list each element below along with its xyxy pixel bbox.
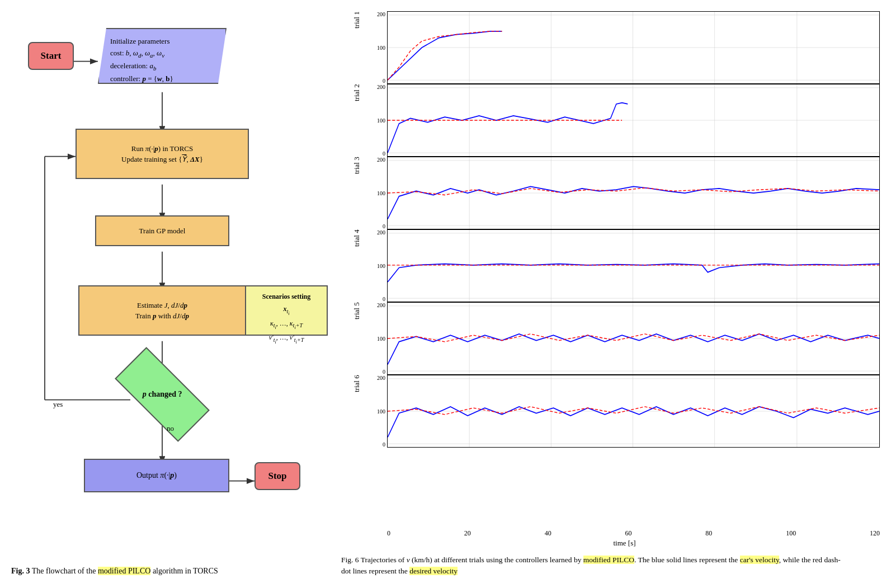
chart-svg-2 [388, 84, 879, 156]
chart-row-3: trial 3 200 100 0 [341, 157, 880, 229]
chart-svg-3 [388, 157, 879, 229]
train-gp-node: Train GP model [95, 215, 229, 246]
yes-label: yes [53, 400, 63, 409]
chart-row-6: trial 6 200 100 0 [341, 375, 880, 448]
chart-row-5: trial 5 200 100 0 [341, 302, 880, 375]
chart-5 [387, 302, 880, 375]
fig3-text: The flowchart of the modified PILCO algo… [30, 567, 218, 575]
trial-3-label: trial 3 [341, 157, 369, 229]
init-text: Initialize parameters cost: b, ωd, ωa, ω… [110, 36, 214, 84]
trial-6-label: trial 6 [341, 375, 369, 448]
y-labels-4: 200 100 0 [369, 229, 387, 302]
charts-area: trial 1 200 100 0 [341, 11, 880, 528]
init-node: Initialize parameters cost: b, ωd, ωa, ω… [98, 28, 227, 84]
chart-svg-4 [388, 230, 879, 302]
output-node: Output π(·|p) [84, 459, 229, 492]
chart-4 [387, 229, 880, 302]
x-axis-title: time [s] [369, 539, 880, 548]
chart-row-1: trial 1 200 100 0 [341, 11, 880, 84]
flowchart-area: Start Initialize parameters cost: b, ωd,… [11, 11, 336, 559]
trial-1-label: trial 1 [341, 11, 369, 84]
left-panel: Start Initialize parameters cost: b, ωd,… [11, 11, 336, 577]
chart-1 [387, 11, 880, 84]
stop-label: Stop [268, 471, 286, 482]
y-labels-5: 200 100 0 [369, 302, 387, 375]
right-panel: trial 1 200 100 0 [341, 11, 880, 577]
chart-3 [387, 157, 880, 229]
fig3-caption: Fig. 3 The flowchart of the modified PIL… [11, 566, 336, 577]
chart-row-2: trial 2 200 100 0 [341, 84, 880, 157]
start-label: Start [41, 50, 62, 62]
no-label: no [167, 424, 174, 433]
chart-svg-1 [388, 12, 879, 83]
fig6-label: Fig. 6 [341, 556, 359, 564]
chart-row-4: trial 4 200 100 0 [341, 229, 880, 302]
y-labels-1: 200 100 0 [369, 11, 387, 84]
x-axis-labels: 0 20 40 60 80 100 120 [387, 529, 880, 538]
start-button: Start [28, 42, 74, 70]
run-node: Run π(·|p) in TORCS Update training set … [76, 129, 249, 179]
train-gp-text: Train GP model [139, 225, 186, 237]
fig3-label: Fig. 3 [11, 567, 30, 575]
y-labels-2: 200 100 0 [369, 84, 387, 157]
estimate-node: Estimate J, dJ/dp Train p with dJ/dp [78, 285, 246, 336]
trial-2-label: trial 2 [341, 84, 369, 157]
output-text: Output π(·|p) [136, 471, 177, 480]
chart-svg-6 [388, 375, 879, 447]
diamond-node: p changed ? [117, 372, 207, 417]
run-text: Run π(·|p) in TORCS Update training set … [121, 143, 203, 165]
chart-svg-5 [388, 303, 879, 374]
trial-4-label: trial 4 [341, 229, 369, 302]
trial-5-label: trial 5 [341, 302, 369, 375]
chart-6 [387, 375, 880, 448]
chart-2 [387, 84, 880, 157]
y-labels-3: 200 100 0 [369, 157, 387, 229]
y-labels-6: 200 100 0 [369, 375, 387, 448]
stop-button: Stop [254, 462, 300, 490]
scenarios-node: Scenarios setting xti κti, …, κti+T v′ti… [245, 285, 328, 336]
estimate-text: Estimate J, dJ/dp Train p with dJ/dp [135, 300, 189, 322]
fig6-caption: Fig. 6 Trajectories of v (km/h) at diffe… [341, 554, 845, 577]
